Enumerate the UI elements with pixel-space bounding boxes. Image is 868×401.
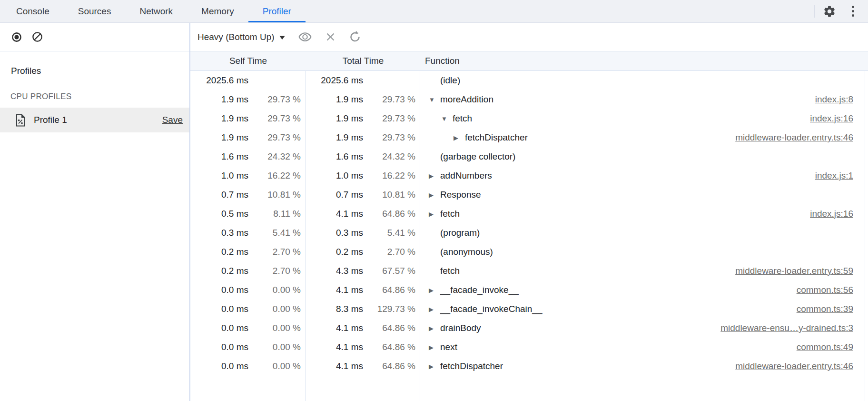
- function-name: (program): [440, 228, 480, 238]
- function-name: __facade_invoke__: [440, 285, 519, 295]
- total-time-pct: 5.41 %: [363, 228, 415, 238]
- view-mode-label: Heavy (Bottom Up): [197, 32, 275, 42]
- profile-document-icon: [15, 114, 26, 127]
- function-name: drainBody: [440, 323, 481, 333]
- self-time-pct: 29.73 %: [248, 132, 301, 143]
- self-time-ms: 0.2 ms: [190, 266, 248, 276]
- sidebar-item-profile-1[interactable]: Profile 1 Save: [0, 108, 189, 132]
- function-name: __facade_invokeChain__: [440, 304, 542, 314]
- more-options-button[interactable]: [848, 6, 858, 17]
- toolbar-divider: [814, 5, 815, 18]
- self-time-pct: 16.22 %: [248, 170, 301, 181]
- total-time-pct: 16.22 %: [363, 170, 415, 181]
- table-row[interactable]: 0.0 ms 0.00 % 4.1 ms 64.86 % ▶ drainBody…: [190, 319, 868, 338]
- self-time-pct: 0.00 %: [248, 323, 301, 333]
- record-icon: [11, 32, 22, 42]
- source-link[interactable]: middleware-ensu…y-drained.ts:3: [720, 323, 853, 333]
- table-row[interactable]: 0.0 ms 0.00 % 4.1 ms 64.86 % ▶ __facade_…: [190, 281, 868, 300]
- refresh-button[interactable]: [349, 31, 361, 43]
- tree-expand-icon[interactable]: ▼: [441, 115, 453, 122]
- tree-expand-icon[interactable]: ▶: [429, 287, 440, 294]
- self-time-ms: 1.0 ms: [190, 170, 248, 181]
- focus-selected-button[interactable]: [298, 32, 312, 42]
- function-name: fetch: [440, 209, 460, 219]
- grid-header: Self Time Total Time Function: [190, 51, 868, 71]
- tab-console[interactable]: Console: [2, 0, 64, 22]
- self-time-ms: 2025.6 ms: [190, 75, 248, 86]
- table-row[interactable]: 1.0 ms 16.22 % 1.0 ms 16.22 % ▶ addNumbe…: [190, 166, 868, 185]
- tree-expand-icon[interactable]: ▶: [429, 191, 440, 199]
- total-time-ms: 1.0 ms: [306, 170, 363, 181]
- self-time-ms: 0.5 ms: [190, 209, 248, 219]
- function-name: next: [440, 342, 457, 352]
- total-time-ms: 4.1 ms: [306, 323, 363, 333]
- profile-view-mode-select[interactable]: Heavy (Bottom Up): [197, 32, 285, 42]
- tree-expand-icon[interactable]: ▶: [429, 211, 440, 218]
- table-row[interactable]: 0.7 ms 10.81 % 0.7 ms 10.81 % ▶ Response: [190, 185, 868, 204]
- tab-sources[interactable]: Sources: [64, 0, 126, 22]
- total-time-ms: 0.2 ms: [306, 247, 363, 257]
- close-icon: [325, 31, 336, 42]
- tree-expand-icon[interactable]: ▶: [429, 306, 440, 313]
- total-time-ms: 4.1 ms: [306, 361, 363, 371]
- total-time-ms: 1.9 ms: [306, 113, 363, 124]
- source-link[interactable]: middleware-loader.entry.ts:46: [735, 361, 853, 371]
- source-link[interactable]: index.js:1: [815, 170, 853, 181]
- tab-network[interactable]: Network: [125, 0, 187, 22]
- source-link[interactable]: index.js:8: [815, 94, 853, 105]
- tree-expand-icon[interactable]: ▼: [429, 96, 440, 103]
- total-time-ms: 4.1 ms: [306, 342, 363, 352]
- table-row[interactable]: 0.5 ms 8.11 % 4.1 ms 64.86 % ▶ fetch ind…: [190, 204, 868, 223]
- tree-expand-icon[interactable]: ▶: [429, 344, 440, 351]
- total-time-pct: 64.86 %: [363, 285, 415, 295]
- delete-profile-button[interactable]: [325, 31, 336, 42]
- source-link[interactable]: index.js:16: [810, 113, 853, 124]
- tree-expand-icon[interactable]: ▶: [429, 325, 440, 332]
- total-time-pct: 64.86 %: [363, 209, 415, 219]
- settings-button[interactable]: [822, 4, 837, 19]
- table-row[interactable]: 1.9 ms 29.73 % 1.9 ms 29.73 % ▼ fetch in…: [190, 109, 868, 128]
- source-link[interactable]: common.ts:49: [797, 342, 853, 352]
- clear-button[interactable]: [32, 31, 43, 42]
- table-row[interactable]: 1.9 ms 29.73 % 1.9 ms 29.73 % ▼ moreAddi…: [190, 90, 868, 109]
- self-time-ms: 0.3 ms: [190, 228, 248, 238]
- column-header-total-time[interactable]: Total Time: [306, 51, 420, 70]
- tree-expand-icon[interactable]: ▶: [429, 363, 440, 370]
- table-row[interactable]: 0.0 ms 0.00 % 8.3 ms 129.73 % ▶ __facade…: [190, 300, 868, 319]
- self-time-pct: 24.32 %: [248, 151, 301, 162]
- total-time-pct: 64.86 %: [363, 361, 415, 371]
- total-time-ms: 0.3 ms: [306, 228, 363, 238]
- source-link[interactable]: middleware-loader.entry.ts:59: [735, 266, 853, 276]
- total-time-pct: 10.81 %: [363, 190, 415, 200]
- table-row[interactable]: 2025.6 ms 2025.6 ms (idle): [190, 71, 868, 90]
- self-time-ms: 0.0 ms: [190, 323, 248, 333]
- total-time-ms: 4.3 ms: [306, 266, 363, 276]
- column-header-function[interactable]: Function: [420, 51, 868, 70]
- record-button[interactable]: [11, 32, 22, 42]
- source-link[interactable]: common.ts:56: [797, 285, 853, 295]
- table-row[interactable]: 0.3 ms 5.41 % 0.3 ms 5.41 % (program): [190, 223, 868, 242]
- self-time-pct: 5.41 %: [248, 228, 301, 238]
- gear-icon: [823, 5, 836, 18]
- source-link[interactable]: common.ts:39: [797, 304, 853, 314]
- self-time-pct: 0.00 %: [248, 304, 301, 314]
- source-link[interactable]: index.js:16: [810, 209, 853, 219]
- total-time-ms: 8.3 ms: [306, 304, 363, 314]
- tree-expand-icon[interactable]: ▶: [454, 134, 465, 141]
- table-row[interactable]: 1.6 ms 24.32 % 1.6 ms 24.32 % (garbage c…: [190, 147, 868, 166]
- tab-memory[interactable]: Memory: [187, 0, 248, 22]
- source-link[interactable]: middleware-loader.entry.ts:46: [735, 132, 853, 143]
- column-header-self-time[interactable]: Self Time: [190, 51, 306, 70]
- table-row[interactable]: 0.2 ms 2.70 % 4.3 ms 67.57 % fetch middl…: [190, 261, 868, 281]
- self-time-ms: 0.2 ms: [190, 247, 248, 257]
- save-link[interactable]: Save: [162, 115, 183, 125]
- table-row[interactable]: 1.9 ms 29.73 % 1.9 ms 29.73 % ▶ fetchDis…: [190, 128, 868, 147]
- tree-expand-icon[interactable]: ▶: [429, 172, 440, 180]
- table-row[interactable]: 0.0 ms 0.00 % 4.1 ms 64.86 % ▶ next comm…: [190, 338, 868, 357]
- tab-profiler[interactable]: Profiler: [248, 0, 306, 22]
- table-row[interactable]: 0.2 ms 2.70 % 0.2 ms 2.70 % (anonymous): [190, 242, 868, 261]
- tab-list: ConsoleSourcesNetworkMemoryProfiler: [2, 0, 306, 22]
- total-time-pct: 24.32 %: [363, 151, 415, 162]
- function-name: fetchDispatcher: [465, 132, 528, 143]
- table-row[interactable]: 0.0 ms 0.00 % 4.1 ms 64.86 % ▶ fetchDisp…: [190, 357, 868, 376]
